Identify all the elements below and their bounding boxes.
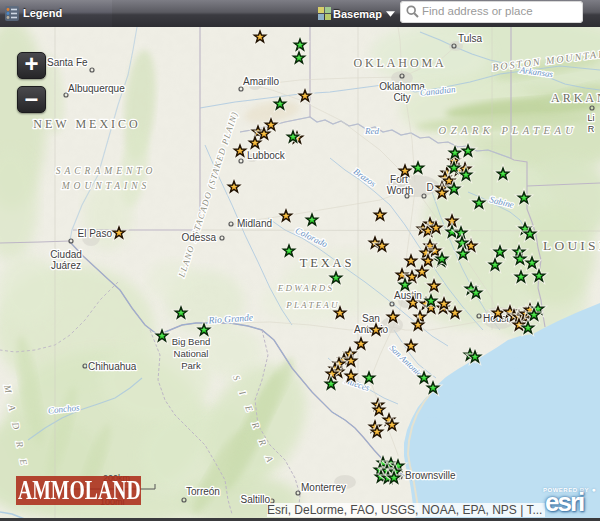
- svg-text:Brownsville: Brownsville: [405, 470, 456, 481]
- svg-text:Lubbock: Lubbock: [247, 150, 286, 161]
- svg-text:Ciudad: Ciudad: [50, 249, 82, 260]
- svg-text:R: R: [588, 124, 595, 134]
- svg-text:Worth: Worth: [387, 185, 414, 196]
- svg-text:El Paso: El Paso: [78, 228, 113, 239]
- svg-text:Juárez: Juárez: [51, 260, 81, 271]
- svg-text:Amarillo: Amarillo: [243, 76, 280, 87]
- svg-text:Big Bend: Big Bend: [172, 336, 211, 347]
- svg-text:Chihuahua: Chihuahua: [88, 361, 137, 372]
- svg-text:Torreón: Torreón: [186, 486, 220, 497]
- svg-text:Red: Red: [364, 126, 379, 136]
- svg-text:Saltillo: Saltillo: [241, 494, 271, 505]
- svg-text:City: City: [393, 92, 410, 103]
- svg-text:San: San: [362, 313, 380, 324]
- svg-text:SACRAMENTO: SACRAMENTO: [56, 166, 157, 176]
- svg-text:Monterrey: Monterrey: [301, 482, 346, 493]
- svg-text:D: D: [426, 182, 433, 193]
- svg-text:MOUNTAINS: MOUNTAINS: [61, 181, 151, 191]
- svg-text:Park: Park: [181, 360, 201, 371]
- svg-text:Tulsa: Tulsa: [458, 33, 483, 44]
- svg-text:Albuquerque: Albuquerque: [68, 83, 125, 94]
- svg-text:Austin: Austin: [394, 290, 422, 301]
- svg-text:Santa Fe: Santa Fe: [47, 57, 88, 68]
- svg-text:ARKANSAS: ARKANSAS: [551, 91, 600, 105]
- svg-text:OKLAHOMA: OKLAHOMA: [353, 56, 446, 70]
- svg-text:Oklahoma: Oklahoma: [379, 81, 425, 92]
- svg-text:Odessa: Odessa: [182, 232, 217, 243]
- svg-text:EDWARDS: EDWARDS: [277, 283, 334, 293]
- svg-text:TEXAS: TEXAS: [300, 256, 354, 270]
- svg-text:NEW MEXICO: NEW MEXICO: [33, 117, 140, 131]
- svg-text:LOUISIANA: LOUISIANA: [543, 238, 600, 253]
- svg-text:Li: Li: [587, 113, 594, 123]
- svg-text:National: National: [174, 348, 209, 359]
- svg-text:PLATEAU: PLATEAU: [285, 300, 340, 310]
- svg-text:Midland: Midland: [237, 218, 272, 229]
- svg-text:OZARK PLATEAU: OZARK PLATEAU: [439, 125, 578, 136]
